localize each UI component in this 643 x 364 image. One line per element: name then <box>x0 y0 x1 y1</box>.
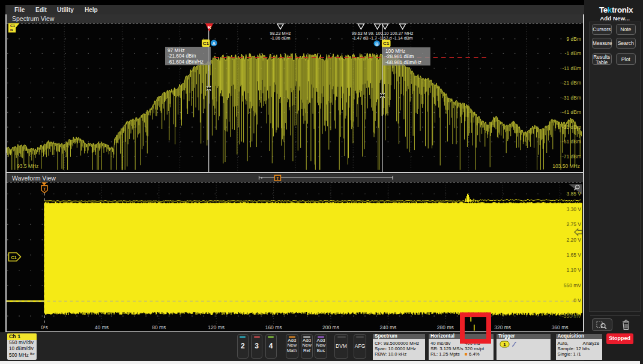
svg-text:1.65 V: 1.65 V <box>566 252 581 258</box>
svg-text:-550 mV: -550 mV <box>562 313 581 319</box>
svg-text:0 s: 0 s <box>41 324 47 330</box>
svg-text:240 ms: 240 ms <box>379 324 396 330</box>
svg-text:1: 1 <box>503 342 506 347</box>
svg-text:160 ms: 160 ms <box>265 324 282 330</box>
svg-text:550 mV: 550 mV <box>564 282 582 288</box>
svg-text:40 ms: 40 ms <box>95 324 109 330</box>
svg-text:280 ms: 280 ms <box>437 324 454 330</box>
svg-text:0 V: 0 V <box>573 297 581 303</box>
svg-text:320 ms: 320 ms <box>494 324 511 330</box>
svg-text:200 ms: 200 ms <box>322 324 339 330</box>
svg-text:C1: C1 <box>11 255 17 260</box>
svg-text:T: T <box>43 186 46 192</box>
svg-text:360 ms: 360 ms <box>552 324 569 330</box>
svg-text:1.10 V: 1.10 V <box>566 267 581 273</box>
svg-text:3.85 V: 3.85 V <box>566 191 581 197</box>
svg-text:2.75 V: 2.75 V <box>566 221 581 227</box>
svg-text:120 ms: 120 ms <box>208 324 225 330</box>
svg-text:T: T <box>276 176 279 181</box>
svg-text:80 ms: 80 ms <box>152 324 166 330</box>
svg-text:2.20 V: 2.20 V <box>566 237 581 243</box>
svg-text:3.30 V: 3.30 V <box>566 206 581 212</box>
